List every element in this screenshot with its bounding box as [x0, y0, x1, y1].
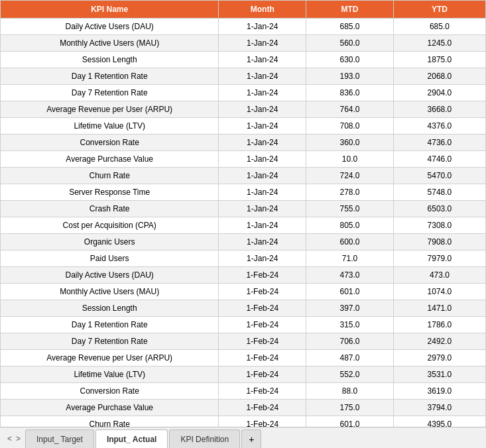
- tab-input--actual[interactable]: Input_ Actual: [95, 429, 168, 448]
- cell-kpi-name: Day 7 Retention Rate: [1, 333, 219, 350]
- cell-month: 1-Jan-24: [219, 151, 306, 168]
- cell-ytd: 4746.0: [393, 151, 485, 168]
- cell-mtd: 473.0: [306, 267, 394, 284]
- cell-mtd: 601.0: [306, 416, 394, 427]
- cell-kpi-name: Churn Rate: [1, 416, 219, 427]
- cell-ytd: 6503.0: [393, 201, 485, 217]
- nav-next-button[interactable]: >: [14, 434, 23, 443]
- cell-month: 1-Jan-24: [219, 251, 306, 267]
- cell-kpi-name: Daily Active Users (DAU): [1, 19, 219, 35]
- cell-kpi-name: Average Revenue per User (ARPU): [1, 350, 219, 366]
- table-row: Organic Users1-Jan-24600.07908.0: [1, 234, 486, 251]
- cell-mtd: 552.0: [306, 366, 394, 383]
- table-row: Session Length1-Feb-24397.01471.0: [1, 300, 486, 317]
- tab-kpi-definition[interactable]: KPI Definition: [169, 429, 240, 448]
- cell-kpi-name: Paid Users: [1, 251, 219, 267]
- nav-prev-button[interactable]: <: [5, 434, 14, 443]
- table-row: Churn Rate1-Jan-24724.05470.0: [1, 168, 486, 184]
- table-row: Day 1 Retention Rate1-Feb-24315.01786.0: [1, 317, 486, 333]
- cell-mtd: 724.0: [306, 168, 394, 184]
- cell-month: 1-Feb-24: [219, 333, 306, 350]
- cell-month: 1-Jan-24: [219, 68, 306, 85]
- cell-month: 1-Jan-24: [219, 201, 306, 217]
- cell-ytd: 685.0: [393, 19, 485, 35]
- tabs-container: Input_ TargetInput_ ActualKPI Definition: [25, 429, 241, 448]
- cell-mtd: 708.0: [306, 118, 394, 135]
- cell-mtd: 487.0: [306, 350, 394, 366]
- table-row: Crash Rate1-Jan-24755.06503.0: [1, 201, 486, 217]
- tab-add-button[interactable]: +: [241, 429, 261, 448]
- header-month: Month: [219, 1, 306, 19]
- cell-month: 1-Jan-24: [219, 35, 306, 52]
- cell-ytd: 4736.0: [393, 135, 485, 151]
- cell-mtd: 193.0: [306, 68, 394, 85]
- table-row: Average Purchase Value1-Jan-2410.04746.0: [1, 151, 486, 168]
- cell-month: 1-Feb-24: [219, 383, 306, 400]
- cell-kpi-name: Server Response Time: [1, 184, 219, 201]
- cell-month: 1-Jan-24: [219, 19, 306, 35]
- cell-month: 1-Jan-24: [219, 85, 306, 101]
- table-row: Daily Active Users (DAU)1-Jan-24685.0685…: [1, 19, 486, 35]
- cell-month: 1-Jan-24: [219, 52, 306, 68]
- cell-ytd: 1471.0: [393, 300, 485, 317]
- cell-ytd: 1786.0: [393, 317, 485, 333]
- cell-kpi-name: Average Purchase Value: [1, 400, 219, 416]
- table-row: Session Length1-Jan-24630.01875.0: [1, 52, 486, 68]
- cell-month: 1-Feb-24: [219, 267, 306, 284]
- cell-mtd: 755.0: [306, 201, 394, 217]
- cell-ytd: 7979.0: [393, 251, 485, 267]
- table-row: Average Purchase Value1-Feb-24175.03794.…: [1, 400, 486, 416]
- cell-mtd: 706.0: [306, 333, 394, 350]
- cell-kpi-name: Average Revenue per User (ARPU): [1, 101, 219, 118]
- header-mtd: MTD: [306, 1, 394, 19]
- header-kpi-name: KPI Name: [1, 1, 219, 19]
- table-row: Lifetime Value (LTV)1-Jan-24708.04376.0: [1, 118, 486, 135]
- cell-month: 1-Feb-24: [219, 400, 306, 416]
- table-body: Daily Active Users (DAU)1-Jan-24685.0685…: [1, 19, 486, 427]
- cell-ytd: 2068.0: [393, 68, 485, 85]
- table-row: Average Revenue per User (ARPU)1-Jan-247…: [1, 101, 486, 118]
- cell-ytd: 3531.0: [393, 366, 485, 383]
- cell-ytd: 3668.0: [393, 101, 485, 118]
- table-row: Daily Active Users (DAU)1-Feb-24473.0473…: [1, 267, 486, 284]
- cell-month: 1-Feb-24: [219, 366, 306, 383]
- cell-mtd: 601.0: [306, 284, 394, 300]
- cell-kpi-name: Organic Users: [1, 234, 219, 251]
- cell-month: 1-Feb-24: [219, 416, 306, 427]
- nav-arrows: < >: [3, 429, 25, 448]
- cell-ytd: 4376.0: [393, 118, 485, 135]
- cell-month: 1-Feb-24: [219, 284, 306, 300]
- table-row: Lifetime Value (LTV)1-Feb-24552.03531.0: [1, 366, 486, 383]
- cell-kpi-name: Conversion Rate: [1, 135, 219, 151]
- kpi-table: KPI Name Month MTD YTD Daily Active User…: [0, 0, 486, 427]
- cell-mtd: 600.0: [306, 234, 394, 251]
- cell-ytd: 1875.0: [393, 52, 485, 68]
- cell-mtd: 10.0: [306, 151, 394, 168]
- cell-kpi-name: Cost per Acquisition (CPA): [1, 217, 219, 234]
- cell-ytd: 7908.0: [393, 234, 485, 251]
- cell-month: 1-Jan-24: [219, 217, 306, 234]
- header-ytd: YTD: [393, 1, 485, 19]
- cell-mtd: 71.0: [306, 251, 394, 267]
- cell-kpi-name: Daily Active Users (DAU): [1, 267, 219, 284]
- table-row: Server Response Time1-Jan-24278.05748.0: [1, 184, 486, 201]
- table-row: Conversion Rate1-Jan-24360.04736.0: [1, 135, 486, 151]
- cell-mtd: 397.0: [306, 300, 394, 317]
- cell-kpi-name: Conversion Rate: [1, 383, 219, 400]
- cell-kpi-name: Day 1 Retention Rate: [1, 68, 219, 85]
- table-row: Churn Rate1-Feb-24601.04395.0: [1, 416, 486, 427]
- table-row: Day 1 Retention Rate1-Jan-24193.02068.0: [1, 68, 486, 85]
- cell-month: 1-Jan-24: [219, 234, 306, 251]
- cell-mtd: 630.0: [306, 52, 394, 68]
- cell-mtd: 560.0: [306, 35, 394, 52]
- cell-mtd: 315.0: [306, 317, 394, 333]
- cell-ytd: 7308.0: [393, 217, 485, 234]
- cell-kpi-name: Day 1 Retention Rate: [1, 317, 219, 333]
- cell-mtd: 88.0: [306, 383, 394, 400]
- tab-input--target[interactable]: Input_ Target: [25, 429, 94, 448]
- cell-kpi-name: Session Length: [1, 300, 219, 317]
- table-row: Average Revenue per User (ARPU)1-Feb-244…: [1, 350, 486, 366]
- table-row: Paid Users1-Jan-2471.07979.0: [1, 251, 486, 267]
- cell-kpi-name: Average Purchase Value: [1, 151, 219, 168]
- table-row: Day 7 Retention Rate1-Jan-24836.02904.0: [1, 85, 486, 101]
